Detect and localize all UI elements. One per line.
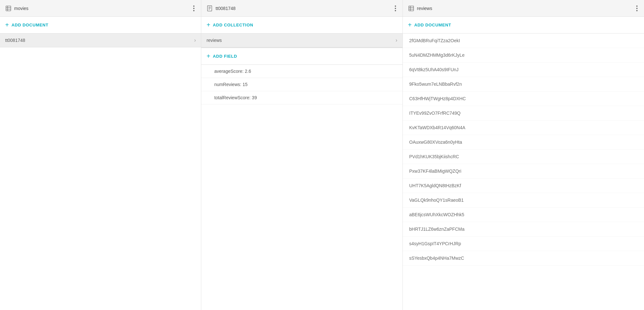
field-numReviews: numReviews: 15 [201, 78, 402, 91]
field-key-totalReviewScore: totalReviewScore: [214, 95, 252, 100]
doc-item-7[interactable]: OAuxwG80XVoza6n0yHta [403, 135, 644, 150]
doc-item-4[interactable]: C63HfHWjTWgHz8p4DXHC [403, 92, 644, 106]
field-averageScore: averageScore: 2.6 [201, 65, 402, 78]
list-item-tt0081748[interactable]: tt0081748 › [0, 34, 201, 47]
documents-list: 2fGMdBRuFqiTZza2OekI 5uN4DMZHMMg3d6rKJyL… [403, 34, 644, 310]
add-document-label-left: ADD DOCUMENT [12, 23, 49, 27]
svg-rect-4 [208, 5, 212, 11]
doc-item-12[interactable]: aBE6jcsWUhXkcWOZHhk5 [403, 208, 644, 222]
plus-icon-middle-top: + [206, 21, 210, 29]
doc-item-14[interactable]: s4syH1GspIT4YPCrHJRp [403, 237, 644, 251]
add-field-label: ADD FIELD [213, 54, 237, 59]
doc-item-13[interactable]: bHRTJ1LZ6w6znZaPFCMa [403, 222, 644, 237]
middle-panel-menu-button[interactable] [393, 4, 397, 13]
field-key-averageScore: averageScore: [214, 69, 245, 74]
field-value-averageScore: 2.6 [245, 69, 251, 74]
doc-item-9[interactable]: Pxw37KF4laBMigWQZQri [403, 164, 644, 179]
right-panel-menu-button[interactable] [635, 4, 639, 13]
doc-item-2[interactable]: 6qVt8kz5UhA40s9IFUnJ [403, 63, 644, 77]
doc-item-15[interactable]: sSYesbxQb4p4NHa7MwzC [403, 251, 644, 266]
left-panel: movies + ADD DOCUMENT tt0081748 › [0, 0, 201, 310]
left-panel-menu-button[interactable] [192, 4, 196, 13]
add-document-button-right[interactable]: + ADD DOCUMENT [403, 17, 644, 34]
doc-item-1[interactable]: 5uN4DMZHMMg3d6rKJyLe [403, 48, 644, 63]
doc-item-3[interactable]: 9Fko5wum7eLNBbaRvf2n [403, 77, 644, 92]
middle-panel-body: + ADD COLLECTION reviews › + ADD FIELD a… [201, 17, 402, 310]
reviews-collection-icon [408, 5, 414, 12]
svg-rect-8 [409, 6, 413, 11]
list-item-arrow-tt0081748: › [194, 37, 196, 43]
add-collection-label: ADD COLLECTION [213, 23, 253, 27]
add-document-button-left[interactable]: + ADD DOCUMENT [0, 17, 201, 34]
middle-panel-bottom: + ADD FIELD averageScore: 2.6 numReviews… [201, 48, 402, 310]
main-container: movies + ADD DOCUMENT tt0081748 › [0, 0, 644, 310]
list-item-reviews[interactable]: reviews › [201, 34, 402, 47]
right-panel-header: reviews [403, 0, 644, 17]
left-panel-header: movies [0, 0, 201, 17]
right-panel-header-left: reviews [408, 5, 432, 12]
right-panel: reviews + ADD DOCUMENT 2fGMdBRuFqiTZza2O… [403, 0, 644, 310]
middle-panel-title: tt0081748 [215, 6, 235, 11]
doc-item-8[interactable]: PVd1hKUK35bjKiishcRC [403, 150, 644, 164]
left-panel-header-left: movies [5, 5, 28, 12]
plus-icon-middle-bottom: + [206, 53, 210, 60]
add-document-label-right: ADD DOCUMENT [414, 23, 451, 27]
list-item-text-tt0081748: tt0081748 [5, 38, 25, 43]
add-collection-button[interactable]: + ADD COLLECTION [201, 17, 402, 34]
field-totalReviewScore: totalReviewScore: 39 [201, 91, 402, 104]
add-field-button[interactable]: + ADD FIELD [201, 48, 402, 65]
middle-panel-header-left: tt0081748 [206, 5, 235, 12]
field-value-totalReviewScore: 39 [252, 95, 257, 100]
doc-item-0[interactable]: 2fGMdBRuFqiTZza2OekI [403, 34, 644, 48]
middle-panel-top: + ADD COLLECTION reviews › [201, 17, 402, 48]
middle-panel-header: tt0081748 [201, 0, 402, 17]
field-value-numReviews: 15 [242, 82, 248, 87]
middle-panel: tt0081748 + ADD COLLECTION reviews › [201, 0, 402, 310]
doc-item-5[interactable]: ITYEv99ZvO7FrfRC749Q [403, 106, 644, 121]
list-item-arrow-reviews: › [395, 37, 397, 43]
right-panel-title: reviews [417, 6, 432, 11]
plus-icon-right: + [408, 21, 412, 29]
right-panel-body: + ADD DOCUMENT 2fGMdBRuFqiTZza2OekI 5uN4… [403, 17, 644, 310]
svg-rect-0 [6, 6, 11, 11]
list-item-text-reviews: reviews [206, 38, 222, 43]
doc-item-11[interactable]: VaGLQk9nhoQY1sRaeoB1 [403, 193, 644, 208]
doc-item-6[interactable]: KvKTaWDXb4R14Vq60N4A [403, 121, 644, 135]
tt0081748-doc-icon [206, 5, 213, 12]
movies-collection-icon [5, 5, 12, 12]
plus-icon-left: + [5, 21, 9, 29]
field-key-numReviews: numReviews: [214, 82, 242, 87]
left-panel-title: movies [14, 6, 28, 11]
left-panel-body: + ADD DOCUMENT tt0081748 › [0, 17, 201, 310]
doc-item-10[interactable]: UHT7K5AgldQN8tHzBzKf [403, 179, 644, 193]
